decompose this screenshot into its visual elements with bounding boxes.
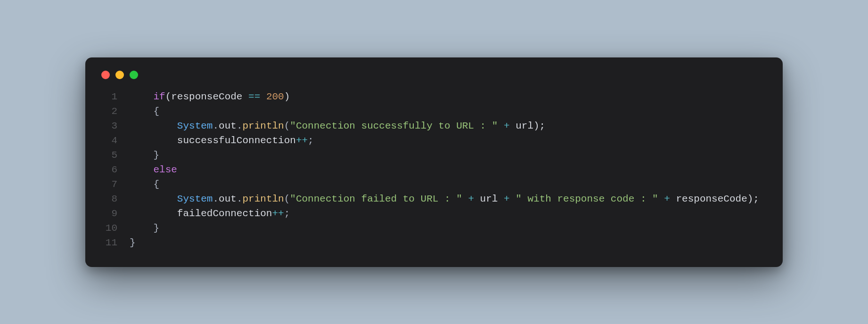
token-punct: { (153, 179, 159, 190)
token-string: " with response code : " (516, 194, 658, 204)
line-number: 4 (98, 133, 117, 148)
code-line: System.out.println("Connection successfu… (130, 119, 759, 133)
token-string: "Connection failed to URL : " (290, 194, 462, 204)
token-ident: url (474, 194, 504, 204)
code-content[interactable]: if(responseCode == 200) { System.out.pri… (130, 89, 759, 250)
token-ident (498, 121, 504, 131)
token-ident: ) (284, 91, 290, 102)
token-ident: out (219, 121, 237, 131)
token-ident (510, 194, 516, 204)
token-op: ++ (296, 135, 308, 146)
token-punct: . (237, 194, 243, 204)
code-line: System.out.println("Connection failed to… (130, 192, 759, 206)
token-punct: } (130, 237, 136, 248)
token-ident: out (219, 194, 237, 204)
line-number: 11 (98, 235, 117, 250)
token-ident (658, 194, 664, 204)
token-punct: . (213, 121, 219, 131)
code-line: } (130, 148, 759, 162)
line-number: 6 (98, 162, 117, 177)
token-op: + (504, 194, 510, 204)
token-ident (260, 91, 266, 102)
minimize-icon[interactable] (115, 71, 124, 79)
code-line: failedConnection++; (130, 206, 759, 221)
token-method: println (242, 194, 284, 204)
token-ident: successfulConnection (177, 135, 296, 146)
token-op: + (664, 194, 670, 204)
code-line: else (130, 162, 759, 177)
token-punct: . (237, 121, 243, 131)
token-punct: { (153, 106, 159, 117)
line-number-gutter: 1234567891011 (98, 89, 130, 250)
token-punct: ( (284, 121, 290, 131)
code-line: } (130, 221, 759, 235)
line-number: 8 (98, 192, 117, 206)
token-punct: ( (284, 194, 290, 204)
token-punct: } (153, 223, 159, 234)
token-ident (462, 194, 468, 204)
traffic-lights (101, 71, 770, 79)
line-number: 7 (98, 177, 117, 192)
code-line: successfulConnection++; (130, 133, 759, 148)
line-number: 5 (98, 148, 117, 162)
token-punct: } (153, 150, 159, 161)
close-icon[interactable] (101, 71, 110, 79)
code-area: 1234567891011 if(responseCode == 200) { … (98, 89, 770, 250)
line-number: 2 (98, 104, 117, 119)
token-punct: ; (284, 208, 290, 219)
token-punct: ; (308, 135, 314, 146)
token-ident: (responseCode (165, 91, 248, 102)
token-op: ++ (272, 208, 284, 219)
line-number: 1 (98, 89, 117, 104)
token-ident: failedConnection (177, 208, 272, 219)
line-number: 10 (98, 221, 117, 235)
token-ident: responseCode); (670, 194, 759, 204)
code-line: } (130, 235, 759, 250)
line-number: 9 (98, 206, 117, 221)
token-string: "Connection successfully to URL : " (290, 121, 498, 131)
stage: 1234567891011 if(responseCode == 200) { … (0, 0, 868, 324)
token-punct: . (213, 194, 219, 204)
token-class: System (177, 194, 213, 204)
zoom-icon[interactable] (130, 71, 138, 79)
token-op: == (248, 91, 260, 102)
code-line: { (130, 104, 759, 119)
token-op: + (504, 121, 510, 131)
token-number: 200 (266, 91, 284, 102)
token-op: + (468, 194, 474, 204)
token-class: System (177, 121, 213, 131)
line-number: 3 (98, 119, 117, 133)
token-keyword: if (153, 91, 165, 102)
code-line: { (130, 177, 759, 192)
token-keyword: else (153, 164, 177, 175)
token-method: println (242, 121, 284, 131)
code-window: 1234567891011 if(responseCode == 200) { … (85, 57, 783, 267)
code-line: if(responseCode == 200) (130, 89, 759, 104)
token-ident: url); (510, 121, 546, 131)
